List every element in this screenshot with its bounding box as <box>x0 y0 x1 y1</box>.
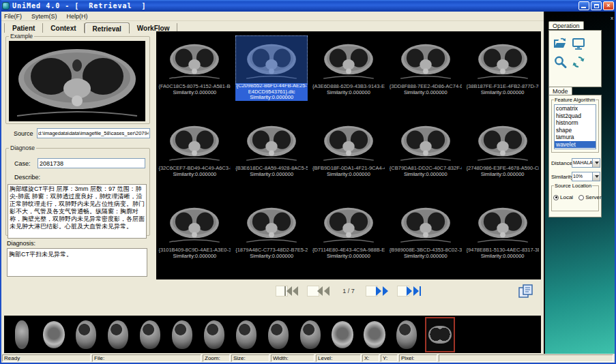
first-page-button[interactable] <box>276 284 300 299</box>
feature-algorithm-list[interactable]: comatrixhist2quadhistnormshapetamurawave… <box>554 104 596 149</box>
result-cell[interactable]: {CB79DA81-DD2C-40C7-832F-0DC3B6... Simil… <box>387 116 464 198</box>
next-page-button[interactable] <box>366 284 390 299</box>
result-cell[interactable]: {9478E8B1-5130-4AEC-8317-3D8A6F7... Simi… <box>464 198 541 279</box>
result-thumbnail[interactable] <box>242 202 301 245</box>
right-sidebar: x Operation <box>544 12 616 354</box>
search-button[interactable] <box>553 55 567 69</box>
open-folder-button[interactable] <box>553 37 567 50</box>
minimize-button[interactable] <box>578 1 589 10</box>
ct-thumbnail-image <box>165 38 224 82</box>
result-thumbnail[interactable] <box>165 120 224 164</box>
result-thumbnail[interactable] <box>396 120 455 164</box>
result-label: {3101B409-8C9D-4AE1-A3E0-3BAFA98... Simi… <box>158 247 231 259</box>
result-thumbnail[interactable] <box>473 202 532 245</box>
example-query-image[interactable] <box>9 41 145 121</box>
operation-tab[interactable]: Operation <box>548 21 584 29</box>
menu-helph[interactable]: Help(H) <box>67 13 88 20</box>
mode-tab[interactable]: Mode <box>548 87 572 95</box>
result-cell[interactable]: {C209B552-B6FD-44FB-AE25-E4DCD9543761}.d… <box>233 34 310 116</box>
algorithm-option-tamura[interactable]: tamura <box>555 134 596 141</box>
similarity-select[interactable]: 10% <box>572 172 600 181</box>
result-similarity: Similarity:0.000000 <box>158 171 231 177</box>
film-thumb-coronal[interactable] <box>8 318 35 351</box>
maximize-button[interactable] <box>591 1 602 10</box>
report-button[interactable] <box>517 284 535 300</box>
result-similarity: Similarity:0.000000 <box>235 253 308 259</box>
monitor-button[interactable] <box>572 37 585 50</box>
result-thumbnail[interactable] <box>242 120 301 164</box>
film-thumb-sagittal[interactable] <box>136 318 164 351</box>
algorithm-option-histnorm[interactable]: histnorm <box>555 119 596 127</box>
close-button[interactable]: × <box>603 1 614 10</box>
result-thumbnail[interactable] <box>396 202 455 245</box>
distance-dropdown-icon[interactable] <box>592 159 600 167</box>
result-cell[interactable]: {38B187FE-F31E-4FB2-877D-7064E71A... Sim… <box>464 34 541 116</box>
distance-label: Distance <box>551 160 572 166</box>
film-thumb-sagittal[interactable] <box>168 318 196 351</box>
film-thumb-sagittal[interactable] <box>233 318 260 351</box>
result-id: {C209B552-B6FD-44FB-AE25-E4DCD9543761}.d… <box>235 83 308 95</box>
result-cell[interactable]: {D7114E80-4E43-4C9A-988B-EA457AC... Simi… <box>310 198 387 279</box>
algorithm-option-hist2quad[interactable]: hist2quad <box>555 112 596 120</box>
result-cell[interactable]: {3101B409-8C9D-4AE1-A3E0-3BAFA98... Simi… <box>156 198 233 279</box>
local-radio[interactable]: Local <box>553 194 573 200</box>
result-cell[interactable]: {BFB9D18F-0DA1-4F21-9CA4-410B9D2... Simi… <box>310 116 387 198</box>
film-thumb-sagittal[interactable] <box>201 318 228 351</box>
source-path-input[interactable] <box>37 128 150 138</box>
algorithm-option-wavelet[interactable]: wavelet <box>555 141 596 149</box>
ct-thumbnail-image <box>319 38 378 82</box>
result-cell[interactable]: {1879A48C-C773-48D2-B7E5-2A7385A... Simi… <box>233 198 310 279</box>
local-radio-icon <box>553 195 559 200</box>
tab-context[interactable]: Context <box>43 23 84 33</box>
result-cell[interactable]: {FA0C18C5-8075-4152-A581-BC3E9539... Sim… <box>156 34 233 116</box>
status-size: Size: <box>231 354 269 362</box>
tab-retrieval[interactable]: Retrieval <box>85 22 130 33</box>
result-thumbnail[interactable] <box>242 38 301 82</box>
ct-thumbnail-image <box>473 38 532 82</box>
ct-thumbnail-image <box>242 38 301 82</box>
film-thumb-axial[interactable] <box>329 318 356 351</box>
result-cell[interactable]: {A3E6D888-62D9-43B3-9143-E2C243B... Simi… <box>310 34 387 116</box>
result-thumbnail[interactable] <box>165 202 224 245</box>
result-thumbnail[interactable] <box>473 38 532 82</box>
film-thumb-sagittal[interactable] <box>265 318 292 351</box>
film-thumb-axial[interactable] <box>361 318 388 351</box>
status-x: X: <box>362 354 379 362</box>
distance-select[interactable]: MAHALANOBIS <box>572 158 600 168</box>
describe-textarea[interactable]: 胸部螺旋CT平扫 层厚：3mm 层数：97 范围：肺尖-肺底 肺窗：双肺透过度良… <box>8 184 147 239</box>
status-level: Level: <box>316 354 361 362</box>
result-thumbnail[interactable] <box>396 38 455 82</box>
describe-label: Describe: <box>14 174 40 181</box>
status-zoom: Zoom: <box>203 354 230 362</box>
algorithm-option-shape[interactable]: shape <box>555 127 596 134</box>
panel-close-icon[interactable]: x <box>611 16 613 21</box>
result-cell[interactable]: {B3E618DC-8A59-4928-8AC5-58E47ED... Simi… <box>233 116 310 198</box>
film-thumb-sagittal[interactable] <box>393 318 420 351</box>
menu-sytems[interactable]: Sytem(S) <box>31 13 57 20</box>
last-page-button[interactable] <box>397 284 422 299</box>
server-radio[interactable]: Server <box>578 194 602 200</box>
maximize-icon <box>594 4 599 8</box>
tab-patient[interactable]: Patient <box>4 23 43 33</box>
film-thumb-sagittal[interactable] <box>72 318 100 351</box>
film-thumb-chest[interactable] <box>425 317 455 352</box>
result-cell[interactable]: {B989008E-3BCD-4353-8C02-32E5E84... Simi… <box>387 198 464 279</box>
film-thumb-axial[interactable] <box>40 318 68 351</box>
result-thumbnail[interactable] <box>165 38 224 82</box>
prev-page-button[interactable] <box>307 284 332 299</box>
similarity-dropdown-icon[interactable] <box>592 172 600 181</box>
result-thumbnail[interactable] <box>319 202 378 245</box>
result-thumbnail[interactable] <box>473 120 532 164</box>
case-input[interactable] <box>38 158 145 168</box>
recycle-button[interactable] <box>572 55 585 69</box>
algorithm-option-comatrix[interactable]: comatrix <box>555 105 596 112</box>
result-thumbnail[interactable] <box>319 120 378 164</box>
film-thumb-sagittal[interactable] <box>297 318 324 351</box>
film-thumb-sagittal[interactable] <box>104 318 132 351</box>
diagnosis-textarea[interactable]: 胸部CT平扫未见异常。 <box>7 248 147 277</box>
result-cell[interactable]: {2748D986-E3FE-4678-A590-C88B322E... Sim… <box>464 116 541 198</box>
result-thumbnail[interactable] <box>319 38 378 82</box>
menu-filef[interactable]: File(F) <box>4 13 22 20</box>
result-cell[interactable]: {3DD8F888-7EE2-4D86-AC74-D8ED82... Simil… <box>387 34 464 116</box>
result-cell[interactable]: {32C6CEF7-BD49-4C49-A6C3-DB95579... Simi… <box>156 116 233 198</box>
